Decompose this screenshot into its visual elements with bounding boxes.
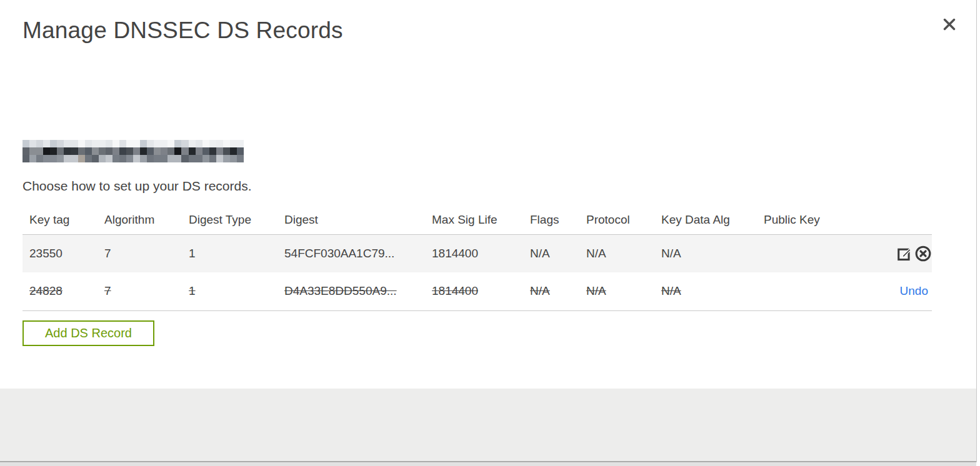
redaction-pixel (161, 147, 168, 155)
redaction-pixel (106, 147, 112, 155)
cell-value: N/A (530, 284, 550, 297)
redaction-pixel (126, 140, 133, 147)
redaction-pixel (223, 155, 230, 162)
redaction-pixel (133, 140, 140, 147)
redaction-pixel (168, 140, 174, 147)
redaction-pixel (209, 155, 216, 162)
redaction-pixel (64, 147, 71, 155)
table-cell-flags: N/A (530, 234, 586, 272)
redaction-pixel (71, 147, 78, 155)
redaction-pixel (216, 140, 223, 147)
cell-value: N/A (586, 247, 606, 260)
delete-record-icon (914, 245, 932, 262)
edit-record-icon (896, 245, 914, 262)
redaction-pixel (71, 140, 78, 147)
delete-record-button[interactable] (914, 245, 932, 262)
redaction-pixel (174, 140, 181, 147)
redaction-pixel (181, 147, 188, 155)
page-title: Manage DNSSEC DS Records (22, 17, 343, 44)
redaction-pixel (133, 155, 140, 162)
table-cell-algorithm: 7 (104, 272, 189, 310)
redaction-pixel (126, 155, 133, 162)
cell-value: 7 (104, 284, 111, 297)
redaction-pixel (168, 147, 174, 155)
redaction-pixel (64, 140, 71, 147)
undo-link[interactable]: Undo (900, 284, 932, 297)
redaction-pixel (168, 155, 174, 162)
redaction-pixel (99, 147, 106, 155)
table-row: 235507154FCF030AA1C79...1814400N/AN/AN/A (22, 234, 932, 272)
redaction-pixel (92, 147, 99, 155)
redaction-pixel (230, 155, 237, 162)
redaction-pixel (237, 140, 244, 147)
add-ds-record-button[interactable]: Add DS Record (22, 320, 154, 346)
redaction-pixel (106, 140, 112, 147)
cell-value: 1814400 (432, 247, 478, 260)
redaction-pixel (154, 155, 161, 162)
redaction-pixel (50, 155, 57, 162)
redaction-pixel (202, 147, 209, 155)
redaction-pixel (36, 147, 43, 155)
table-cell-digest_type: 1 (189, 272, 284, 310)
redaction-pixel (57, 147, 64, 155)
manage-dnssec-modal: Manage DNSSEC DS Records Choose how to s… (0, 0, 980, 466)
redaction-pixel (216, 147, 223, 155)
edit-record-button[interactable] (896, 245, 914, 262)
column-header: Digest (284, 206, 432, 234)
redaction-pixel (174, 147, 181, 155)
redaction-pixel (43, 147, 50, 155)
column-header: Flags (530, 206, 586, 234)
table-cell-flags: N/A (530, 272, 586, 310)
redaction-pixel (140, 140, 147, 147)
table-cell-protocol: N/A (586, 272, 661, 310)
redaction-pixel (78, 155, 85, 162)
table-cell-digest: D4A33E8DD550A9... (284, 272, 432, 310)
modal-right-edge (976, 0, 977, 462)
redaction-pixel (78, 147, 85, 155)
redaction-pixel (36, 155, 43, 162)
redaction-pixel (119, 140, 126, 147)
redaction-pixel (161, 155, 168, 162)
redaction-pixel (36, 140, 43, 147)
column-header: Key Data Alg (661, 206, 764, 234)
table-cell-protocol: N/A (586, 234, 661, 272)
redaction-pixel (22, 155, 29, 162)
footer-bar: Save Cancel (0, 389, 976, 461)
close-button[interactable] (936, 11, 962, 37)
redaction-pixel (119, 155, 126, 162)
table-cell-actions: Undo (862, 272, 932, 310)
redaction-pixel (147, 140, 154, 147)
column-header: Algorithm (104, 206, 189, 234)
column-header: Max Sig Life (432, 206, 530, 234)
redaction-pixel (22, 140, 29, 147)
instruction-text: Choose how to set up your DS records. (22, 179, 252, 194)
redaction-pixel (43, 155, 50, 162)
redaction-pixel (133, 147, 140, 155)
redaction-pixel (196, 155, 202, 162)
table-cell-public_key (764, 234, 862, 272)
redaction-pixel (106, 155, 112, 162)
redaction-pixel (209, 140, 216, 147)
table-cell-algorithm: 7 (104, 234, 189, 272)
table-cell-digest_type: 1 (189, 234, 284, 272)
redaction-pixel (189, 147, 196, 155)
redaction-pixel (29, 155, 36, 162)
redaction-pixel (99, 140, 106, 147)
redaction-pixel (161, 140, 168, 147)
redaction-pixel (85, 147, 92, 155)
column-header: Protocol (586, 206, 661, 234)
cell-value: 7 (104, 247, 111, 260)
redaction-pixel (209, 147, 216, 155)
redaction-pixel (85, 140, 92, 147)
redaction-pixel (202, 140, 209, 147)
redaction-pixel (64, 155, 71, 162)
column-header: Digest Type (189, 206, 284, 234)
redaction-pixel (237, 147, 244, 155)
redaction-pixel (202, 155, 209, 162)
redaction-pixel (140, 155, 147, 162)
redaction-pixel (189, 155, 196, 162)
redaction-pixel (92, 155, 99, 162)
redaction-pixel (147, 147, 154, 155)
redaction-pixel (126, 147, 133, 155)
redaction-pixel (189, 140, 196, 147)
